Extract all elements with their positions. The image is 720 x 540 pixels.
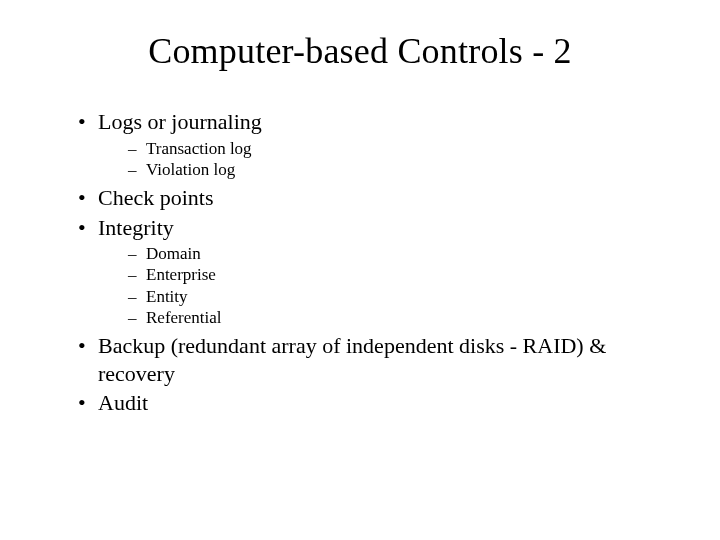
list-item-label: Audit [98,390,148,415]
list-item: Entity [124,286,652,307]
list-item: Integrity Domain Enterprise Entity Refer… [68,214,652,329]
list-item-label: Check points [98,185,214,210]
list-item-label: Logs or journaling [98,109,262,134]
list-item-label: Violation log [146,160,235,179]
list-item: Logs or journaling Transaction log Viola… [68,108,652,180]
sublist: Domain Enterprise Entity Referential [98,243,652,328]
list-item: Domain [124,243,652,264]
list-item: Violation log [124,159,652,180]
list-item-label: Domain [146,244,201,263]
sublist: Transaction log Violation log [98,138,652,181]
list-item: Backup (redundant array of independent d… [68,332,652,387]
list-item: Check points [68,184,652,212]
slide-title: Computer-based Controls - 2 [68,30,652,72]
list-item-label: Entity [146,287,188,306]
list-item: Transaction log [124,138,652,159]
list-item-label: Transaction log [146,139,252,158]
list-item-label: Enterprise [146,265,216,284]
list-item: Referential [124,307,652,328]
list-item: Enterprise [124,264,652,285]
list-item-label: Referential [146,308,222,327]
bullet-list: Logs or journaling Transaction log Viola… [68,108,652,417]
list-item: Audit [68,389,652,417]
list-item-label: Integrity [98,215,174,240]
list-item-label: Backup (redundant array of independent d… [98,333,606,386]
